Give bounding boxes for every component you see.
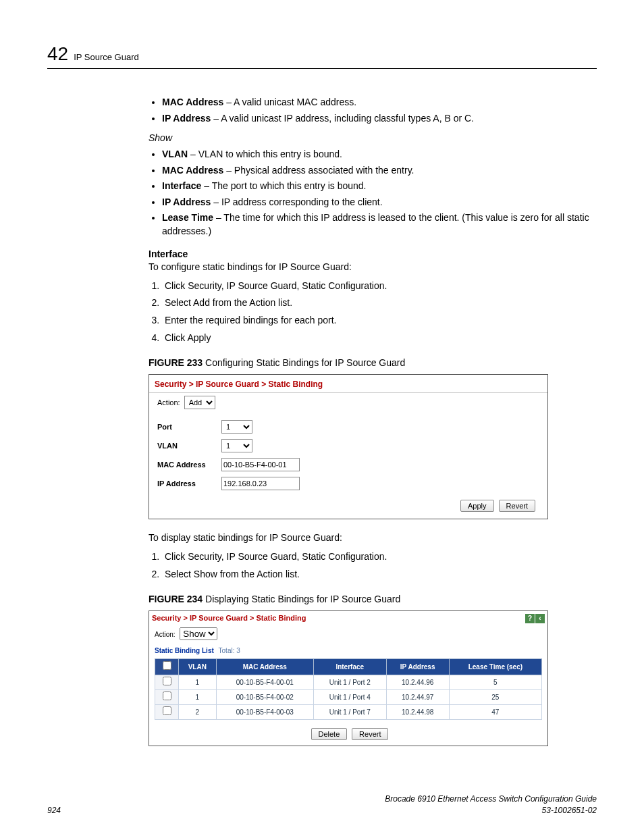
figure-233-panel: Security > IP Source Guard > Static Bind…	[149, 374, 548, 520]
desc: – A valid unicast MAC address.	[223, 97, 356, 107]
step: Click Security, IP Source Guard, Static …	[162, 280, 597, 293]
static-binding-table: VLAN MAC Address Interface IP Address Le…	[155, 658, 542, 720]
cell-vlan: 2	[179, 705, 217, 720]
port-label: Port	[157, 422, 221, 432]
cell-lease: 47	[449, 705, 541, 720]
figure-233-caption: FIGURE 233 Configuring Static Bindings f…	[149, 357, 597, 370]
cell-ip: 10.2.44.96	[386, 675, 449, 690]
col-mac: MAC Address	[216, 659, 313, 675]
mac-label: MAC Address	[157, 460, 221, 470]
help-icons: ? ‹	[525, 614, 545, 623]
term: Lease Time	[162, 212, 213, 223]
select-all-checkbox[interactable]	[163, 661, 171, 670]
desc: – Physical address associated with the e…	[223, 165, 414, 176]
figure-234-caption: FIGURE 234 Displaying Static Bindings fo…	[149, 593, 597, 606]
figure-caption-text: Displaying Static Bindings for IP Source…	[203, 594, 400, 604]
cell-interface: Unit 1 / Port 7	[313, 705, 386, 720]
page-header: 42 IP Source Guard	[47, 41, 597, 69]
port-select[interactable]: 1	[221, 420, 252, 434]
term: IP Address	[162, 197, 211, 207]
list-item: IP Address – IP address corresponding to…	[162, 196, 597, 209]
chapter-number: 42	[47, 41, 68, 67]
step: Select Add from the Action list.	[162, 296, 597, 310]
action-label: Action:	[157, 398, 180, 408]
vlan-select[interactable]: 1	[221, 439, 252, 452]
col-lease: Lease Time (sec)	[449, 659, 541, 675]
cell-mac: 00-10-B5-F4-00-02	[216, 690, 313, 705]
delete-button[interactable]: Delete	[311, 728, 348, 740]
action-row: Action: Show	[149, 625, 547, 642]
list-item: Lease Time – The time for which this IP …	[162, 211, 597, 238]
col-ip: IP Address	[386, 659, 449, 675]
cell-lease: 25	[449, 690, 541, 705]
display-intro: To display static bindings for IP Source…	[149, 531, 597, 545]
revert-button[interactable]: Revert	[499, 500, 535, 512]
action-select[interactable]: Show	[180, 627, 217, 640]
cell-interface: Unit 1 / Port 4	[313, 690, 386, 705]
list-title: Static Binding List	[155, 647, 214, 654]
step: Select Show from the Action list.	[162, 568, 597, 581]
step: Click Security, IP Source Guard, Static …	[162, 550, 597, 564]
cell-lease: 5	[449, 675, 541, 690]
figure-caption-text: Configuring Static Bindings for IP Sourc…	[203, 357, 405, 368]
figure-234-panel: Security > IP Source Guard > Static Bind…	[149, 610, 548, 746]
list-header: Static Binding List Total: 3	[149, 642, 547, 658]
apply-button[interactable]: Apply	[460, 500, 494, 512]
revert-button[interactable]: Revert	[352, 728, 388, 740]
page-number: 924	[47, 805, 61, 816]
breadcrumb: Security > IP Source Guard > Static Bind…	[152, 613, 306, 623]
list-item: VLAN – VLAN to which this entry is bound…	[162, 148, 597, 161]
list-item: IP Address – A valid unicast IP address,…	[162, 112, 597, 126]
cell-ip: 10.2.44.97	[386, 690, 449, 705]
display-steps: Click Security, IP Source Guard, Static …	[149, 550, 597, 581]
cell-mac: 00-10-B5-F4-00-01	[216, 675, 313, 690]
action-select[interactable]: Add	[184, 396, 215, 409]
close-icon[interactable]: ‹	[535, 614, 545, 623]
main-content: MAC Address – A valid unicast MAC addres…	[149, 96, 597, 746]
help-icon[interactable]: ?	[525, 614, 535, 623]
cell-ip: 10.2.44.98	[386, 705, 449, 720]
list-item: Interface – The port to which this entry…	[162, 180, 597, 193]
desc: – The port to which this entry is bound.	[201, 180, 366, 191]
desc: – The time for which this IP address is …	[162, 212, 589, 236]
row-checkbox[interactable]	[163, 706, 171, 715]
term: VLAN	[162, 149, 188, 159]
interface-intro: To configure static bindings for IP Sour…	[149, 261, 597, 274]
figure-label: FIGURE 233	[149, 357, 203, 368]
vlan-label: VLAN	[157, 441, 221, 451]
table-row: 1 00-10-B5-F4-00-02 Unit 1 / Port 4 10.2…	[155, 690, 542, 705]
intro-bullet-list: MAC Address – A valid unicast MAC addres…	[149, 96, 597, 125]
ip-input[interactable]	[221, 477, 300, 490]
show-heading: Show	[149, 132, 597, 145]
cell-vlan: 1	[179, 675, 217, 690]
desc: – VLAN to which this entry is bound.	[188, 149, 342, 159]
col-checkbox	[155, 659, 179, 675]
term: Interface	[162, 180, 201, 191]
desc: – IP address corresponding to the client…	[211, 197, 382, 207]
list-item: MAC Address – A valid unicast MAC addres…	[162, 96, 597, 109]
col-interface: Interface	[313, 659, 386, 675]
term: IP Address	[162, 113, 211, 124]
step: Click Apply	[162, 332, 597, 345]
step: Enter the required bindings for each por…	[162, 314, 597, 328]
row-checkbox[interactable]	[163, 677, 171, 685]
doc-number: 53-1002651-02	[542, 806, 597, 815]
show-bullet-list: VLAN – VLAN to which this entry is bound…	[149, 148, 597, 238]
action-row: Action: Add	[149, 393, 547, 412]
col-vlan: VLAN	[179, 659, 217, 675]
chapter-title: IP Source Guard	[74, 51, 139, 63]
guide-title: Brocade 6910 Ethernet Access Switch Conf…	[385, 794, 597, 804]
breadcrumb: Security > IP Source Guard > Static Bind…	[149, 375, 547, 394]
interface-heading: Interface	[149, 248, 597, 261]
row-checkbox[interactable]	[163, 692, 171, 700]
list-total: Total: 3	[219, 647, 240, 654]
cell-vlan: 1	[179, 690, 217, 705]
cell-mac: 00-10-B5-F4-00-03	[216, 705, 313, 720]
ip-label: IP Address	[157, 479, 221, 489]
mac-input[interactable]	[221, 458, 300, 471]
figure-label: FIGURE 234	[149, 594, 203, 604]
table-row: 2 00-10-B5-F4-00-03 Unit 1 / Port 7 10.2…	[155, 705, 542, 720]
list-item: MAC Address – Physical address associate…	[162, 164, 597, 178]
term: MAC Address	[162, 97, 223, 107]
table-row: 1 00-10-B5-F4-00-01 Unit 1 / Port 2 10.2…	[155, 675, 542, 690]
